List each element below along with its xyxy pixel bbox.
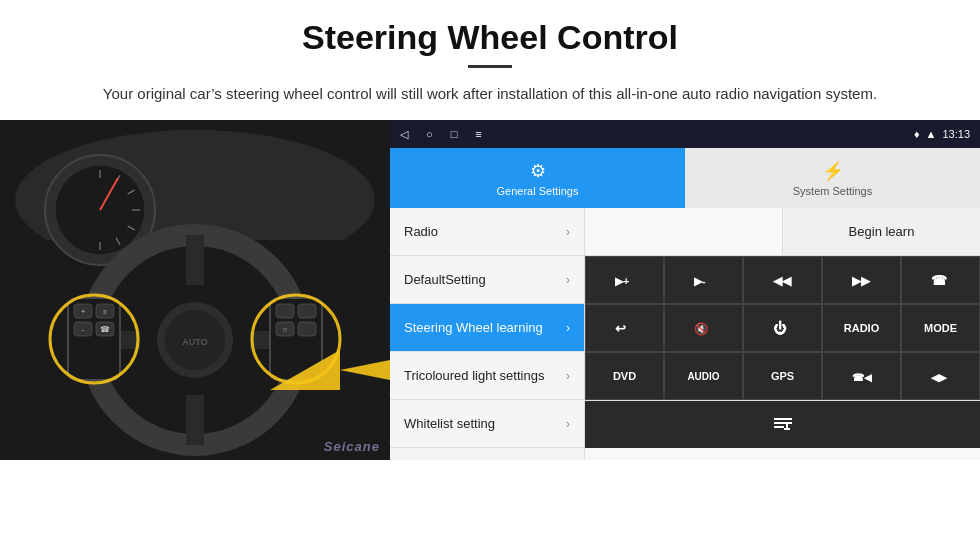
control-grid-row1: ▶+ ▶- ◀◀ ▶▶ ☎	[585, 256, 980, 304]
vol-up-button[interactable]: ▶+	[585, 256, 664, 304]
svg-text:☎◀: ☎◀	[852, 372, 872, 383]
home-icon: ○	[426, 128, 433, 140]
dvd-label: DVD	[613, 370, 636, 382]
nav-icons: ◁ ○ □ ≡	[400, 128, 482, 141]
svg-text:▶+: ▶+	[615, 275, 629, 287]
status-bar: ◁ ○ □ ≡ ♦ ▲ 13:13	[390, 120, 980, 148]
radio-button[interactable]: RADIO	[822, 304, 901, 352]
title-divider	[468, 65, 512, 68]
mode-button[interactable]: MODE	[901, 304, 980, 352]
header-section: Steering Wheel Control Your original car…	[0, 0, 980, 120]
right-control-panel: Begin learn ▶+ ▶- ◀◀	[585, 208, 980, 460]
menu-item-tricoloured[interactable]: Tricoloured light settings ›	[390, 352, 584, 400]
back-icon: ◁	[400, 128, 408, 141]
list-icon-button[interactable]	[585, 401, 980, 448]
status-bar-right: ♦ ▲ 13:13	[914, 128, 970, 140]
radio-label: RADIO	[844, 322, 879, 334]
svg-text:≡: ≡	[103, 309, 107, 315]
tab-general-label: General Settings	[497, 185, 579, 197]
begin-learn-button[interactable]: Begin learn	[783, 208, 980, 255]
phone-prev-button[interactable]: ☎◀	[822, 352, 901, 400]
left-menu: Radio › DefaultSetting › Steering Wheel …	[390, 208, 585, 460]
svg-text:AUTO: AUTO	[182, 337, 207, 347]
menu-item-radio[interactable]: Radio ›	[390, 208, 584, 256]
menu-radio-label: Radio	[404, 224, 566, 239]
control-grid-row3: DVD AUDIO GPS ☎◀ ◀▶	[585, 352, 980, 400]
recents-icon: □	[451, 128, 458, 140]
svg-text:◀▶: ◀▶	[931, 372, 948, 383]
svg-text:↩: ↩	[615, 321, 626, 336]
svg-rect-31	[276, 304, 294, 318]
system-settings-icon: ⚡	[822, 160, 844, 182]
location-icon: ♦	[914, 128, 920, 140]
page-container: Steering Wheel Control Your original car…	[0, 0, 980, 460]
vol-down-button[interactable]: ▶-	[664, 256, 743, 304]
android-panel: ◁ ○ □ ≡ ♦ ▲ 13:13 ⚙ General Settings	[390, 120, 980, 460]
power-button[interactable]: ⏻	[743, 304, 822, 352]
tab-system-label: System Settings	[793, 185, 872, 197]
time-display: 13:13	[942, 128, 970, 140]
svg-text:🔇: 🔇	[694, 322, 709, 336]
svg-text:◀◀: ◀◀	[773, 274, 792, 287]
hang-up-button[interactable]: ↩	[585, 304, 664, 352]
chevron-icon: ›	[566, 225, 570, 239]
gps-button[interactable]: GPS	[743, 352, 822, 400]
svg-text:▶-: ▶-	[694, 275, 706, 287]
menu-whitelist-label: Whitelist setting	[404, 416, 566, 431]
tab-general-settings[interactable]: ⚙ General Settings	[390, 148, 685, 208]
wifi-icon: ▲	[926, 128, 937, 140]
next-track-button[interactable]: ▶▶	[822, 256, 901, 304]
menu-tricoloured-label: Tricoloured light settings	[404, 368, 566, 383]
svg-text:○: ○	[283, 325, 288, 334]
control-grid-row2: ↩ 🔇 ⏻ RADIO MODE	[585, 304, 980, 352]
menu-icon: ≡	[475, 128, 481, 140]
chevron-icon: ›	[566, 321, 570, 335]
content-area: AUTO + ≡ - ☎ ○	[0, 120, 980, 460]
gps-label: GPS	[771, 370, 794, 382]
menu-item-default-setting[interactable]: DefaultSetting ›	[390, 256, 584, 304]
tab-system-settings[interactable]: ⚡ System Settings	[685, 148, 980, 208]
prev-track-button[interactable]: ◀◀	[743, 256, 822, 304]
svg-rect-49	[774, 418, 792, 420]
svg-text:+: +	[81, 308, 85, 315]
control-top-row: Begin learn	[585, 208, 980, 256]
svg-rect-50	[774, 422, 792, 424]
control-last-row	[585, 400, 980, 448]
blank-cell	[585, 208, 783, 255]
svg-rect-35	[298, 322, 316, 336]
svg-rect-51	[774, 426, 784, 428]
general-settings-icon: ⚙	[530, 160, 546, 182]
svg-rect-53	[784, 428, 790, 430]
svg-text:☎: ☎	[931, 273, 947, 288]
subtitle: Your original car’s steering wheel contr…	[80, 82, 900, 106]
menu-steering-label: Steering Wheel learning	[404, 320, 566, 335]
watermark: Seicane	[324, 439, 380, 454]
audio-label: AUDIO	[687, 371, 719, 382]
menu-item-whitelist[interactable]: Whitelist setting ›	[390, 400, 584, 448]
steering-wheel-image: AUTO + ≡ - ☎ ○	[0, 120, 390, 460]
page-title: Steering Wheel Control	[60, 18, 920, 57]
chevron-icon: ›	[566, 273, 570, 287]
phone-button[interactable]: ☎	[901, 256, 980, 304]
audio-button[interactable]: AUDIO	[664, 352, 743, 400]
svg-text:▶▶: ▶▶	[852, 274, 871, 287]
chevron-icon: ›	[566, 417, 570, 431]
tab-bar: ⚙ General Settings ⚡ System Settings	[390, 148, 980, 208]
dvd-button[interactable]: DVD	[585, 352, 664, 400]
menu-item-steering-wheel[interactable]: Steering Wheel learning ›	[390, 304, 584, 352]
svg-text:☎: ☎	[100, 325, 110, 334]
chevron-icon: ›	[566, 369, 570, 383]
svg-rect-32	[298, 304, 316, 318]
menu-default-label: DefaultSetting	[404, 272, 566, 287]
phone-next-button[interactable]: ◀▶	[901, 352, 980, 400]
mute-button[interactable]: 🔇	[664, 304, 743, 352]
menu-control-area: Radio › DefaultSetting › Steering Wheel …	[390, 208, 980, 460]
mode-label: MODE	[924, 322, 957, 334]
svg-text:⏻: ⏻	[773, 320, 787, 336]
